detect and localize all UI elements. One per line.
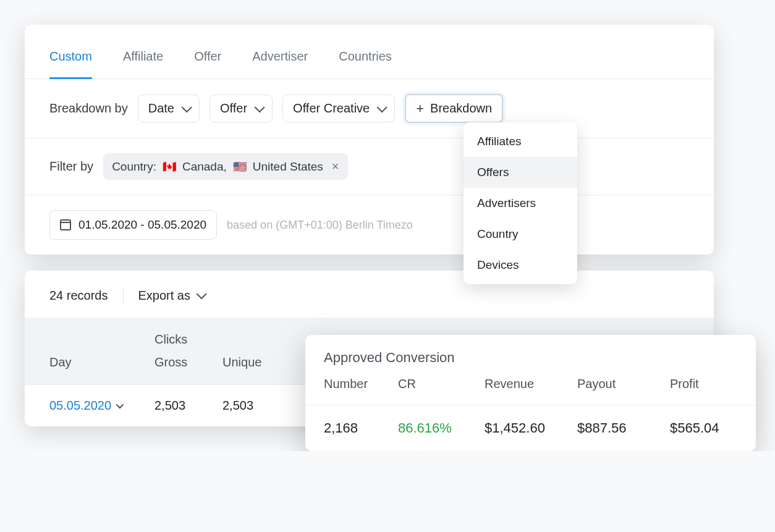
tab-affiliate[interactable]: Affiliate: [123, 43, 163, 78]
chip-country: Canada,: [182, 160, 227, 174]
flag-canada-icon: 🇨🇦: [163, 160, 176, 174]
add-breakdown-label: Breakdown: [430, 101, 492, 116]
tab-advertiser[interactable]: Advertiser: [252, 43, 308, 78]
breakdown-select-offer[interactable]: Offer: [210, 95, 273, 122]
filter-label: Filter by: [49, 159, 93, 174]
breakdown-select-offer-creative[interactable]: Offer Creative: [282, 95, 395, 122]
day-cell[interactable]: 05.05.2020: [49, 399, 155, 413]
add-breakdown-button[interactable]: + Breakdown: [405, 94, 503, 123]
detail-columns: Number CR Revenue Payout Profit: [324, 377, 737, 405]
filter-row: Filter by Country: 🇨🇦 Canada, 🇺🇸 United …: [25, 138, 714, 195]
tab-offer[interactable]: Offer: [194, 43, 221, 78]
menu-item-devices[interactable]: Devices: [464, 250, 577, 281]
chevron-down-icon: [182, 102, 192, 112]
breakdown-select-label: Date: [148, 101, 174, 116]
payout-value: $887.56: [577, 420, 670, 436]
th-unique: Unique: [222, 355, 290, 369]
date-row: 01.05.2020 - 05.05.2020 based on (GMT+01…: [25, 195, 714, 255]
chevron-down-icon: [116, 401, 124, 409]
day-value: 05.05.2020: [49, 399, 111, 413]
col-number: Number: [324, 377, 398, 391]
menu-item-advertisers[interactable]: Advertisers: [464, 188, 577, 219]
plus-icon: +: [416, 102, 424, 116]
chip-remove-icon[interactable]: ×: [332, 159, 339, 174]
detail-title: Approved Conversion: [324, 350, 737, 366]
th-gross: Gross: [155, 355, 222, 369]
breakdown-select-label: Offer Creative: [293, 101, 370, 116]
revenue-value: $1,452.60: [485, 420, 577, 436]
th-clicks: Clicks: [155, 332, 290, 347]
col-payout: Payout: [577, 377, 670, 391]
timezone-note: based on (GMT+01:00) Berlin Timezo: [227, 219, 413, 232]
menu-item-affiliates[interactable]: Affiliates: [464, 126, 577, 157]
date-range-picker[interactable]: 01.05.2020 - 05.05.2020: [49, 210, 217, 240]
breakdown-label: Breakdown by: [49, 101, 128, 116]
cr-value: 86.616%: [398, 420, 485, 436]
menu-item-offers[interactable]: Offers: [464, 157, 577, 188]
chip-prefix: Country:: [112, 160, 156, 174]
filter-chip-country[interactable]: Country: 🇨🇦 Canada, 🇺🇸 United States ×: [103, 153, 347, 180]
detail-header: Approved Conversion Number CR Revenue Pa…: [305, 335, 756, 405]
breakdown-dropdown: Affiliates Offers Advertisers Country De…: [464, 122, 577, 284]
gross-value: 2,503: [155, 399, 222, 413]
calendar-icon: [60, 219, 71, 230]
divider: [123, 287, 124, 304]
tab-custom[interactable]: Custom: [49, 43, 92, 78]
breakdown-row: Breakdown by Date Offer Offer Creative +…: [25, 79, 714, 138]
th-day: Day: [49, 355, 155, 369]
chevron-down-icon: [377, 102, 388, 112]
chip-country: United States: [253, 160, 323, 174]
export-label: Export as: [138, 289, 190, 303]
export-as-dropdown[interactable]: Export as: [138, 289, 204, 303]
flag-us-icon: 🇺🇸: [233, 160, 247, 174]
detail-row: 2,168 86.616% $1,452.60 $887.56 $565.04: [305, 405, 756, 451]
date-range-text: 01.05.2020 - 05.05.2020: [78, 218, 206, 232]
col-cr: CR: [398, 377, 485, 391]
col-profit: Profit: [670, 377, 744, 391]
profit-value: $565.04: [670, 420, 744, 436]
chevron-down-icon: [197, 289, 207, 299]
menu-item-country[interactable]: Country: [464, 219, 577, 250]
number-value: 2,168: [324, 420, 398, 436]
records-card: 24 records Export as Clicks Day Gross Un…: [25, 271, 714, 426]
breakdown-select-label: Offer: [220, 101, 247, 116]
records-count: 24 records: [49, 289, 108, 303]
records-header: 24 records Export as: [25, 271, 714, 318]
chevron-down-icon: [255, 102, 265, 112]
col-revenue: Revenue: [485, 377, 577, 391]
unique-value: 2,503: [222, 399, 290, 413]
report-tabs: Custom Affiliate Offer Advertiser Countr…: [25, 43, 714, 79]
conversion-detail-panel: Approved Conversion Number CR Revenue Pa…: [305, 335, 756, 451]
report-card: Custom Affiliate Offer Advertiser Countr…: [25, 25, 714, 255]
tab-countries[interactable]: Countries: [339, 43, 392, 78]
breakdown-select-date[interactable]: Date: [138, 95, 200, 122]
